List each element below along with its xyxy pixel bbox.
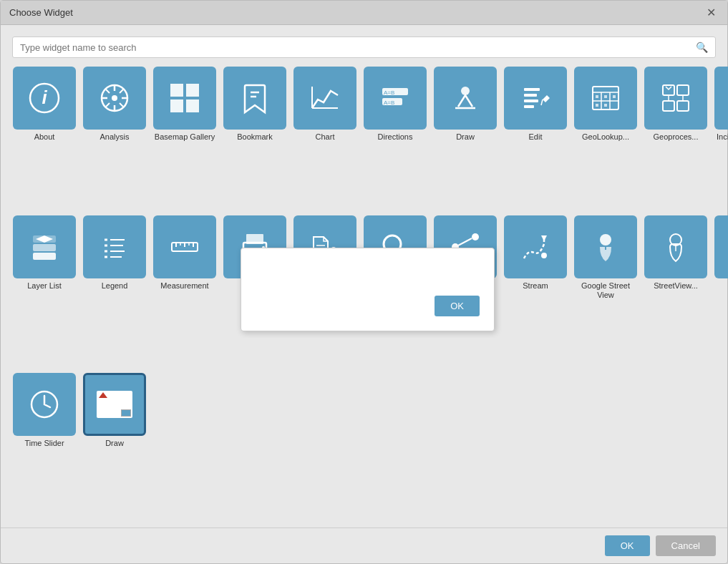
dialog-title-bar: Choose Widget ✕ (1, 1, 727, 25)
widget-measurement-icon-box (153, 215, 216, 278)
widget-about-icon-box: i (13, 67, 76, 130)
svg-text:A=B: A=B (384, 99, 394, 106)
chart-icon (308, 81, 342, 115)
widget-summary[interactable]: + − Summary (714, 215, 728, 368)
widget-summary-icon-box: + − (714, 215, 728, 278)
widget-streetview-label: StreetView... (654, 281, 698, 291)
widget-geolookup[interactable]: GeoLookup... (573, 67, 638, 210)
geoprocess-icon (659, 81, 693, 115)
widget-streetview-icon-box (644, 215, 707, 278)
widget-about[interactable]: i About (12, 67, 77, 210)
widget-analysis[interactable]: Analysis (82, 67, 147, 210)
bookmark-icon (238, 81, 272, 115)
widget-draw-icon-box (434, 67, 497, 130)
widget-legend-label: Legend (102, 281, 128, 291)
widget-directions-label: Directions (378, 132, 413, 142)
widget-google-streetview-icon-box (574, 215, 637, 278)
widget-time-slider[interactable]: Time Slider (12, 373, 77, 516)
svg-point-3 (112, 95, 117, 101)
widget-timeslider-label: Time Slider (24, 439, 64, 448)
widget-draw-selected-label: Draw (105, 439, 124, 448)
geolookup-icon (588, 81, 623, 115)
measurement-icon (168, 230, 202, 264)
dialog-title: Choose Widget (9, 7, 73, 18)
edit-icon (518, 81, 553, 115)
svg-point-79 (541, 253, 547, 258)
widget-layer-list[interactable]: Layer List (12, 215, 77, 368)
svg-rect-25 (524, 94, 537, 97)
widget-draw-selected-icon-box (83, 373, 146, 436)
svg-rect-12 (170, 84, 183, 97)
widget-google-streetview-label: Google Street View (573, 281, 638, 300)
widget-directions-icon-box: A=B A=B (364, 67, 427, 130)
widget-geolookup-icon-box (574, 67, 637, 130)
widget-timeslider-icon-box (13, 373, 76, 436)
svg-line-28 (541, 99, 543, 105)
widget-incident-analysis[interactable]: Incident Analysis (714, 67, 728, 210)
svg-line-8 (105, 89, 110, 93)
about-icon: i (27, 81, 62, 115)
svg-rect-36 (613, 95, 616, 98)
draw-icon (448, 81, 482, 115)
search-bar: 🔍 (12, 37, 716, 58)
google-streetview-icon (588, 230, 623, 264)
widget-bookmark[interactable]: Bookmark (223, 67, 287, 210)
search-input[interactable] (20, 42, 690, 53)
svg-rect-26 (524, 99, 538, 102)
svg-rect-14 (170, 99, 183, 112)
widget-basemap-label: Basemap Gallery (155, 132, 215, 142)
svg-text:A=B: A=B (384, 89, 394, 96)
svg-rect-41 (663, 101, 674, 111)
widget-geoprocess[interactable]: Geoproces... (644, 67, 708, 210)
widget-legend[interactable]: Legend (82, 215, 147, 368)
svg-rect-13 (186, 84, 199, 97)
svg-rect-24 (524, 88, 540, 91)
ok-button[interactable]: OK (605, 535, 650, 556)
directions-icon: A=B A=B (378, 81, 412, 115)
widget-measurement[interactable]: Measurement (152, 215, 217, 368)
widget-legend-icon-box (83, 215, 146, 278)
widget-edit[interactable]: Edit (503, 67, 568, 210)
widget-edit-label: Edit (529, 132, 543, 142)
confirm-popup-message (256, 263, 480, 284)
widget-draw-label: Draw (456, 132, 475, 142)
analysis-icon (97, 81, 132, 115)
widget-chart[interactable]: Chart (293, 67, 357, 210)
svg-rect-48 (33, 244, 56, 251)
widget-chart-label: Chart (316, 132, 335, 142)
widget-basemap-gallery[interactable]: Basemap Gallery (152, 67, 217, 210)
widget-google-street-view[interactable]: Google Street View (573, 215, 638, 368)
confirm-ok-button[interactable]: OK (435, 296, 480, 316)
svg-rect-38 (604, 104, 607, 107)
svg-line-9 (120, 103, 124, 107)
svg-rect-49 (33, 253, 56, 260)
basemap-icon (168, 81, 202, 115)
cancel-button[interactable]: Cancel (656, 535, 716, 556)
svg-rect-40 (677, 85, 689, 95)
widget-streetview[interactable]: StreetView... (644, 215, 708, 368)
svg-rect-42 (677, 101, 689, 111)
widget-analysis-label: Analysis (100, 132, 130, 142)
widget-stream-label: Stream (523, 281, 548, 291)
svg-marker-80 (541, 235, 547, 241)
confirm-popup: OK (241, 248, 495, 331)
stream-icon (518, 230, 553, 264)
widget-draw-selected[interactable]: Draw (82, 373, 147, 516)
svg-point-74 (472, 233, 479, 240)
widget-geolookup-label: GeoLookup... (582, 132, 629, 142)
confirm-popup-footer: OK (256, 296, 480, 316)
svg-rect-35 (604, 95, 607, 98)
dialog-footer: OK Cancel (1, 527, 727, 563)
widget-stream[interactable]: Stream (503, 215, 568, 368)
widget-incident-icon-box (714, 67, 728, 130)
svg-point-81 (600, 234, 611, 245)
layerlist-icon (27, 230, 62, 264)
widget-directions[interactable]: A=B A=B Directions (363, 67, 427, 210)
close-button[interactable]: ✕ (704, 7, 719, 19)
svg-rect-34 (596, 95, 598, 98)
svg-rect-15 (186, 99, 199, 112)
widget-draw[interactable]: Draw (433, 67, 498, 210)
timeslider-icon (27, 387, 62, 422)
svg-line-10 (120, 89, 124, 93)
widget-geoprocess-label: Geoproces... (654, 132, 699, 142)
